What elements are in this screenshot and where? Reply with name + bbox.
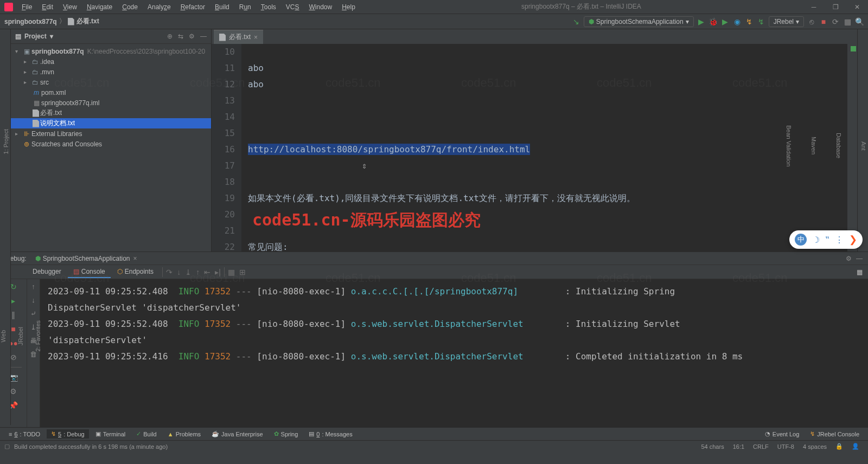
- tab-project[interactable]: 1: Project: [2, 127, 10, 156]
- status-indent[interactable]: 4 spaces: [799, 443, 831, 450]
- menu-vcs[interactable]: VCS: [282, 1, 304, 13]
- menu-view[interactable]: View: [59, 1, 81, 13]
- tree-external-libs[interactable]: ▸⊪External Libraries: [11, 128, 211, 139]
- menu-icon[interactable]: ⋮: [835, 235, 844, 245]
- tab-ant[interactable]: Ant: [859, 139, 868, 153]
- up-icon[interactable]: ↑: [31, 282, 35, 291]
- menu-tools[interactable]: Tools: [257, 1, 280, 13]
- editor-tab-bikan[interactable]: 必看.txt ×: [214, 30, 263, 44]
- force-step-icon[interactable]: ⤓: [185, 268, 192, 276]
- project-tree[interactable]: ▾ ▣ springbootx877q K:\needProccess\2023…: [11, 44, 211, 151]
- status-lock-icon[interactable]: 🔒: [831, 443, 847, 450]
- menu-window[interactable]: Window: [304, 1, 336, 13]
- tab-web[interactable]: Web: [0, 330, 7, 342]
- subtab-console[interactable]: ▤Console: [68, 266, 111, 278]
- status-encoding[interactable]: UTF-8: [773, 443, 799, 450]
- menu-code[interactable]: Code: [118, 1, 142, 13]
- tree-file-pom[interactable]: mpom.xml: [11, 87, 211, 98]
- gear-icon[interactable]: ⚙: [846, 255, 852, 262]
- close-tab-icon[interactable]: ×: [254, 34, 258, 41]
- breadcrumb-project[interactable]: springbootx877q: [4, 18, 57, 25]
- tree-file-bikan[interactable]: 必看.txt: [11, 108, 211, 118]
- subtab-endpoints[interactable]: ⬡Endpoints: [112, 266, 159, 278]
- debug-run-tab[interactable]: ⬢ SpringbootSchemaApplication ×: [31, 254, 142, 263]
- jrebel-run-icon[interactable]: ↯: [745, 17, 754, 26]
- bt-terminal[interactable]: ▣Terminal: [91, 429, 130, 439]
- status-pos[interactable]: 16:1: [729, 443, 749, 450]
- tab-jrebel[interactable]: JRebel: [17, 327, 24, 345]
- chevron-right-icon[interactable]: ▸: [24, 79, 30, 85]
- bt-java-ee[interactable]: ☕Java Enterprise: [207, 429, 267, 439]
- status-eol[interactable]: CRLF: [749, 443, 773, 450]
- gear-icon[interactable]: ⚙: [189, 33, 195, 40]
- editor-body[interactable]: 10 11 12 13 14 15 16 17 18 19 20 21 22 a…: [212, 44, 857, 252]
- ime-lang[interactable]: 中: [795, 234, 807, 246]
- jrebel-selector[interactable]: JRebel ▾: [769, 16, 804, 27]
- project-panel-title[interactable]: ▤ Project ▾: [15, 33, 53, 40]
- editor-marker-bar[interactable]: [847, 44, 857, 252]
- search-icon[interactable]: 🔍: [855, 17, 864, 26]
- evaluate-icon[interactable]: ▦: [228, 268, 235, 276]
- tree-root[interactable]: ▾ ▣ springbootx877q K:\needProccess\2023…: [11, 46, 211, 56]
- menu-build[interactable]: Build: [210, 1, 234, 13]
- tree-folder-idea[interactable]: ▸🗀.idea: [11, 56, 211, 67]
- minimize-button[interactable]: ─: [803, 0, 825, 14]
- step-out-icon[interactable]: ↑: [196, 268, 200, 276]
- chevron-right-icon[interactable]: ▸: [15, 131, 22, 137]
- collapse-icon[interactable]: ⇆: [178, 33, 183, 40]
- locate-icon[interactable]: ⊕: [167, 33, 173, 40]
- hide-icon[interactable]: —: [856, 255, 863, 262]
- subtab-debugger[interactable]: Debugger: [27, 266, 67, 278]
- attach-icon[interactable]: ⎋: [807, 17, 816, 26]
- menu-edit[interactable]: Edit: [37, 1, 58, 13]
- breadcrumb-file[interactable]: 必看.txt: [76, 17, 99, 26]
- run-config-selector[interactable]: ⬢ SpringbootSchemaApplication ▾: [584, 16, 694, 27]
- hammer-icon[interactable]: ↘: [572, 17, 580, 26]
- profile-icon[interactable]: ◉: [733, 17, 742, 26]
- stop-icon[interactable]: ■: [819, 17, 828, 26]
- code-content[interactable]: abo abo http://localhost:8080/springboot…: [241, 44, 847, 252]
- tree-scratches[interactable]: ⊚Scratches and Consoles: [11, 139, 211, 149]
- bt-spring[interactable]: ✿Spring: [270, 429, 303, 439]
- coverage-icon[interactable]: ▶: [721, 17, 730, 26]
- tab-favorites[interactable]: 2: Favorites: [35, 320, 41, 351]
- menu-refactor[interactable]: Refactor: [176, 1, 209, 13]
- tree-file-shuoming[interactable]: 说明文档.txt: [11, 118, 211, 128]
- step-into-icon[interactable]: ↓: [177, 268, 181, 276]
- tree-folder-mvn[interactable]: ▸🗀.mvn: [11, 67, 211, 77]
- bt-todo[interactable]: ≡6: TODO: [4, 430, 44, 439]
- jrebel-debug-icon[interactable]: ↯: [757, 17, 765, 26]
- bt-debug[interactable]: ↯5: Debug: [47, 429, 89, 439]
- moon-icon[interactable]: ☽: [812, 235, 820, 245]
- menu-help[interactable]: Help: [337, 1, 360, 13]
- close-button[interactable]: ✕: [846, 0, 868, 14]
- run-cursor-icon[interactable]: ▸|: [215, 268, 221, 276]
- close-icon[interactable]: ×: [133, 255, 137, 262]
- bt-problems[interactable]: ▲Problems: [163, 430, 205, 439]
- bt-build[interactable]: ✓Build: [132, 429, 161, 439]
- update-icon[interactable]: ⟳: [831, 17, 840, 26]
- wrap-icon[interactable]: ⤶: [30, 310, 36, 318]
- status-corner-icon[interactable]: ▢: [4, 443, 10, 450]
- chevron-right-icon[interactable]: ▸: [24, 69, 30, 75]
- bt-messages[interactable]: ▤0: Messages: [304, 429, 356, 439]
- layout-icon[interactable]: ▦: [857, 268, 868, 276]
- tree-folder-src[interactable]: ▸🗀src: [11, 77, 211, 87]
- debug-icon[interactable]: 🐞: [709, 17, 718, 26]
- quote-icon[interactable]: ‟: [825, 235, 829, 245]
- maximize-button[interactable]: ❐: [825, 0, 846, 14]
- menu-run[interactable]: Run: [235, 1, 256, 13]
- status-inspector-icon[interactable]: 👤: [847, 443, 864, 450]
- step-over-icon[interactable]: ↷: [166, 268, 173, 276]
- chevron-right-icon[interactable]: ▸: [24, 59, 30, 65]
- console-output[interactable]: 2023-09-11 09:25:52.408 INFO 17352 --- […: [40, 279, 868, 427]
- layout-icon[interactable]: ▦: [843, 17, 852, 26]
- chevron-right-icon[interactable]: ❯: [849, 234, 857, 246]
- drop-frame-icon[interactable]: ⇤: [204, 268, 210, 276]
- tree-file-iml[interactable]: ▦springbootx877q.iml: [11, 98, 211, 108]
- menu-file[interactable]: FFileile: [17, 1, 36, 13]
- down-icon[interactable]: ↓: [31, 296, 35, 304]
- chevron-down-icon[interactable]: ▾: [15, 48, 22, 54]
- hide-icon[interactable]: —: [200, 33, 207, 40]
- menu-analyze[interactable]: Analyze: [143, 1, 175, 13]
